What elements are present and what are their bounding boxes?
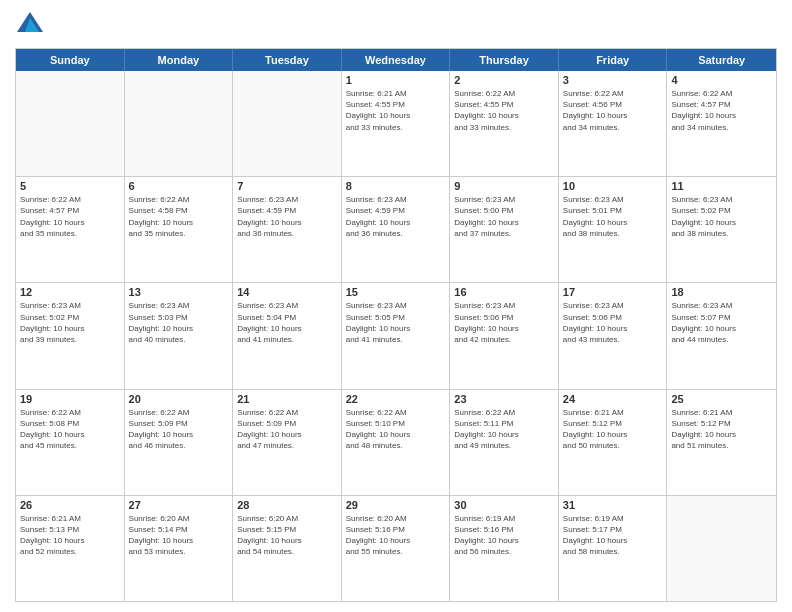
calendar-row-2: 5Sunrise: 6:22 AM Sunset: 4:57 PM Daylig… bbox=[16, 176, 776, 282]
cell-info: Sunrise: 6:22 AM Sunset: 4:57 PM Dayligh… bbox=[20, 194, 120, 239]
cell-info: Sunrise: 6:22 AM Sunset: 5:08 PM Dayligh… bbox=[20, 407, 120, 452]
cell-info: Sunrise: 6:23 AM Sunset: 5:07 PM Dayligh… bbox=[671, 300, 772, 345]
cell-info: Sunrise: 6:22 AM Sunset: 5:11 PM Dayligh… bbox=[454, 407, 554, 452]
day-number: 29 bbox=[346, 499, 446, 511]
cell-info: Sunrise: 6:23 AM Sunset: 5:05 PM Dayligh… bbox=[346, 300, 446, 345]
header-day-wednesday: Wednesday bbox=[342, 49, 451, 71]
calendar-cell: 25Sunrise: 6:21 AM Sunset: 5:12 PM Dayli… bbox=[667, 390, 776, 495]
calendar-cell: 16Sunrise: 6:23 AM Sunset: 5:06 PM Dayli… bbox=[450, 283, 559, 388]
day-number: 22 bbox=[346, 393, 446, 405]
calendar: SundayMondayTuesdayWednesdayThursdayFrid… bbox=[15, 48, 777, 602]
day-number: 24 bbox=[563, 393, 663, 405]
day-number: 4 bbox=[671, 74, 772, 86]
header-day-sunday: Sunday bbox=[16, 49, 125, 71]
day-number: 1 bbox=[346, 74, 446, 86]
calendar-cell: 14Sunrise: 6:23 AM Sunset: 5:04 PM Dayli… bbox=[233, 283, 342, 388]
cell-info: Sunrise: 6:19 AM Sunset: 5:17 PM Dayligh… bbox=[563, 513, 663, 558]
cell-info: Sunrise: 6:20 AM Sunset: 5:14 PM Dayligh… bbox=[129, 513, 229, 558]
calendar-cell: 15Sunrise: 6:23 AM Sunset: 5:05 PM Dayli… bbox=[342, 283, 451, 388]
calendar-cell: 8Sunrise: 6:23 AM Sunset: 4:59 PM Daylig… bbox=[342, 177, 451, 282]
calendar-cell: 24Sunrise: 6:21 AM Sunset: 5:12 PM Dayli… bbox=[559, 390, 668, 495]
calendar-cell: 6Sunrise: 6:22 AM Sunset: 4:58 PM Daylig… bbox=[125, 177, 234, 282]
calendar-cell: 20Sunrise: 6:22 AM Sunset: 5:09 PM Dayli… bbox=[125, 390, 234, 495]
day-number: 8 bbox=[346, 180, 446, 192]
day-number: 16 bbox=[454, 286, 554, 298]
calendar-cell bbox=[16, 71, 125, 176]
calendar-row-1: 1Sunrise: 6:21 AM Sunset: 4:55 PM Daylig… bbox=[16, 71, 776, 176]
cell-info: Sunrise: 6:23 AM Sunset: 4:59 PM Dayligh… bbox=[237, 194, 337, 239]
cell-info: Sunrise: 6:23 AM Sunset: 5:00 PM Dayligh… bbox=[454, 194, 554, 239]
cell-info: Sunrise: 6:22 AM Sunset: 5:09 PM Dayligh… bbox=[237, 407, 337, 452]
day-number: 10 bbox=[563, 180, 663, 192]
cell-info: Sunrise: 6:23 AM Sunset: 4:59 PM Dayligh… bbox=[346, 194, 446, 239]
calendar-cell: 30Sunrise: 6:19 AM Sunset: 5:16 PM Dayli… bbox=[450, 496, 559, 601]
logo bbox=[15, 10, 49, 40]
day-number: 31 bbox=[563, 499, 663, 511]
day-number: 15 bbox=[346, 286, 446, 298]
header-day-friday: Friday bbox=[559, 49, 668, 71]
day-number: 23 bbox=[454, 393, 554, 405]
cell-info: Sunrise: 6:23 AM Sunset: 5:06 PM Dayligh… bbox=[454, 300, 554, 345]
calendar-cell: 4Sunrise: 6:22 AM Sunset: 4:57 PM Daylig… bbox=[667, 71, 776, 176]
day-number: 2 bbox=[454, 74, 554, 86]
calendar-cell: 2Sunrise: 6:22 AM Sunset: 4:55 PM Daylig… bbox=[450, 71, 559, 176]
header-day-monday: Monday bbox=[125, 49, 234, 71]
calendar-cell: 1Sunrise: 6:21 AM Sunset: 4:55 PM Daylig… bbox=[342, 71, 451, 176]
day-number: 26 bbox=[20, 499, 120, 511]
calendar-cell: 18Sunrise: 6:23 AM Sunset: 5:07 PM Dayli… bbox=[667, 283, 776, 388]
calendar-cell: 27Sunrise: 6:20 AM Sunset: 5:14 PM Dayli… bbox=[125, 496, 234, 601]
calendar-header: SundayMondayTuesdayWednesdayThursdayFrid… bbox=[16, 49, 776, 71]
calendar-cell: 12Sunrise: 6:23 AM Sunset: 5:02 PM Dayli… bbox=[16, 283, 125, 388]
cell-info: Sunrise: 6:22 AM Sunset: 4:56 PM Dayligh… bbox=[563, 88, 663, 133]
day-number: 28 bbox=[237, 499, 337, 511]
cell-info: Sunrise: 6:19 AM Sunset: 5:16 PM Dayligh… bbox=[454, 513, 554, 558]
logo-icon bbox=[15, 10, 45, 40]
cell-info: Sunrise: 6:23 AM Sunset: 5:06 PM Dayligh… bbox=[563, 300, 663, 345]
calendar-cell: 29Sunrise: 6:20 AM Sunset: 5:16 PM Dayli… bbox=[342, 496, 451, 601]
calendar-body: 1Sunrise: 6:21 AM Sunset: 4:55 PM Daylig… bbox=[16, 71, 776, 601]
cell-info: Sunrise: 6:20 AM Sunset: 5:15 PM Dayligh… bbox=[237, 513, 337, 558]
cell-info: Sunrise: 6:21 AM Sunset: 5:12 PM Dayligh… bbox=[671, 407, 772, 452]
calendar-cell: 3Sunrise: 6:22 AM Sunset: 4:56 PM Daylig… bbox=[559, 71, 668, 176]
cell-info: Sunrise: 6:20 AM Sunset: 5:16 PM Dayligh… bbox=[346, 513, 446, 558]
day-number: 25 bbox=[671, 393, 772, 405]
calendar-cell: 17Sunrise: 6:23 AM Sunset: 5:06 PM Dayli… bbox=[559, 283, 668, 388]
cell-info: Sunrise: 6:22 AM Sunset: 4:57 PM Dayligh… bbox=[671, 88, 772, 133]
cell-info: Sunrise: 6:23 AM Sunset: 5:02 PM Dayligh… bbox=[671, 194, 772, 239]
day-number: 18 bbox=[671, 286, 772, 298]
calendar-cell bbox=[125, 71, 234, 176]
cell-info: Sunrise: 6:23 AM Sunset: 5:01 PM Dayligh… bbox=[563, 194, 663, 239]
calendar-cell: 9Sunrise: 6:23 AM Sunset: 5:00 PM Daylig… bbox=[450, 177, 559, 282]
day-number: 11 bbox=[671, 180, 772, 192]
day-number: 13 bbox=[129, 286, 229, 298]
cell-info: Sunrise: 6:22 AM Sunset: 5:10 PM Dayligh… bbox=[346, 407, 446, 452]
header bbox=[15, 10, 777, 40]
day-number: 3 bbox=[563, 74, 663, 86]
day-number: 5 bbox=[20, 180, 120, 192]
day-number: 12 bbox=[20, 286, 120, 298]
calendar-cell bbox=[233, 71, 342, 176]
page: SundayMondayTuesdayWednesdayThursdayFrid… bbox=[0, 0, 792, 612]
calendar-cell: 19Sunrise: 6:22 AM Sunset: 5:08 PM Dayli… bbox=[16, 390, 125, 495]
cell-info: Sunrise: 6:23 AM Sunset: 5:03 PM Dayligh… bbox=[129, 300, 229, 345]
day-number: 7 bbox=[237, 180, 337, 192]
calendar-cell: 31Sunrise: 6:19 AM Sunset: 5:17 PM Dayli… bbox=[559, 496, 668, 601]
calendar-row-5: 26Sunrise: 6:21 AM Sunset: 5:13 PM Dayli… bbox=[16, 495, 776, 601]
calendar-cell bbox=[667, 496, 776, 601]
header-day-thursday: Thursday bbox=[450, 49, 559, 71]
calendar-cell: 13Sunrise: 6:23 AM Sunset: 5:03 PM Dayli… bbox=[125, 283, 234, 388]
cell-info: Sunrise: 6:21 AM Sunset: 5:12 PM Dayligh… bbox=[563, 407, 663, 452]
day-number: 30 bbox=[454, 499, 554, 511]
calendar-cell: 7Sunrise: 6:23 AM Sunset: 4:59 PM Daylig… bbox=[233, 177, 342, 282]
calendar-cell: 5Sunrise: 6:22 AM Sunset: 4:57 PM Daylig… bbox=[16, 177, 125, 282]
day-number: 17 bbox=[563, 286, 663, 298]
header-day-saturday: Saturday bbox=[667, 49, 776, 71]
calendar-cell: 23Sunrise: 6:22 AM Sunset: 5:11 PM Dayli… bbox=[450, 390, 559, 495]
cell-info: Sunrise: 6:23 AM Sunset: 5:02 PM Dayligh… bbox=[20, 300, 120, 345]
calendar-row-4: 19Sunrise: 6:22 AM Sunset: 5:08 PM Dayli… bbox=[16, 389, 776, 495]
calendar-cell: 10Sunrise: 6:23 AM Sunset: 5:01 PM Dayli… bbox=[559, 177, 668, 282]
cell-info: Sunrise: 6:22 AM Sunset: 4:55 PM Dayligh… bbox=[454, 88, 554, 133]
calendar-cell: 11Sunrise: 6:23 AM Sunset: 5:02 PM Dayli… bbox=[667, 177, 776, 282]
cell-info: Sunrise: 6:23 AM Sunset: 5:04 PM Dayligh… bbox=[237, 300, 337, 345]
cell-info: Sunrise: 6:21 AM Sunset: 4:55 PM Dayligh… bbox=[346, 88, 446, 133]
